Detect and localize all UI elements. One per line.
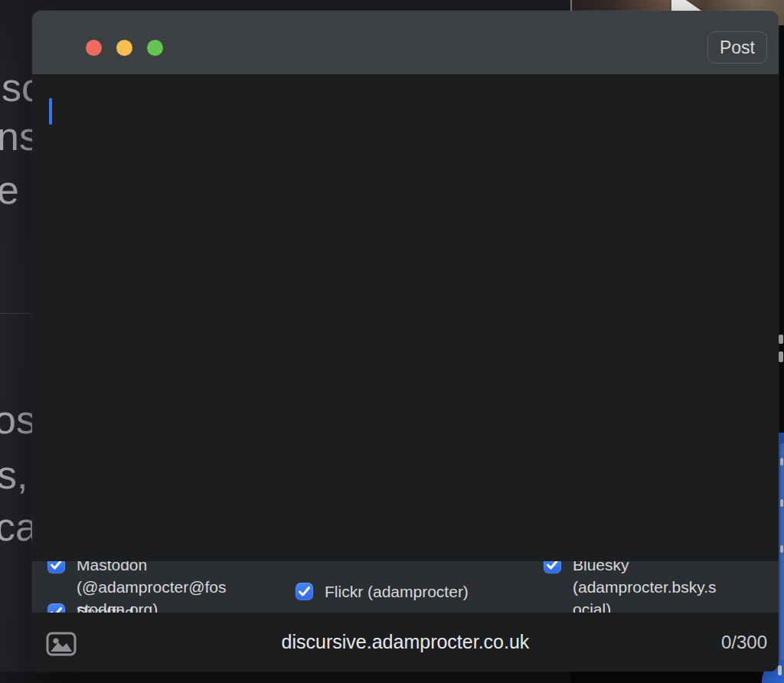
service-label: Bluesky (adamprocter.bsky.s ocial)	[573, 561, 717, 613]
background-edge-glyph	[779, 351, 783, 362]
checkbox-checked[interactable]	[544, 561, 561, 574]
background-floating-action-button-glyph	[778, 665, 782, 675]
background-blue-panel-mark	[780, 458, 783, 466]
background-bottom-strip	[570, 672, 784, 683]
zoom-button-icon[interactable]	[147, 40, 163, 56]
crosspost-service-list: Mastodon (@adamprocter@fos stodon.org) F…	[32, 561, 779, 613]
background-blue-panel-edge-inner	[780, 443, 784, 672]
post-composer-window: Post Mastodon (@adamprocter@fos stodon.o…	[32, 11, 779, 672]
checkbox-checked[interactable]	[296, 583, 313, 600]
character-count: 0/300	[721, 613, 767, 672]
close-button-icon[interactable]	[86, 40, 102, 56]
composer-toolbar: discursive.adamprocter.co.uk 0/300	[32, 613, 779, 672]
background-blue-panel-mark	[780, 545, 783, 553]
site-label: discursive.adamprocter.co.uk	[32, 613, 779, 672]
desktop-screen: sc nsi e r os s, t ca Post	[0, 0, 784, 683]
checkbox-checked[interactable]	[47, 603, 65, 613]
service-row-bluesky[interactable]: Bluesky (adamprocter.bsky.s ocial)	[544, 561, 773, 613]
service-label: Pixelfed	[77, 601, 134, 613]
service-label: Flickr (adamprocter)	[325, 580, 469, 603]
post-button[interactable]: Post	[707, 31, 767, 64]
text-caret	[49, 98, 52, 125]
background-edge-glyph	[779, 335, 783, 344]
post-text-editor[interactable]	[32, 74, 779, 561]
background-text-fragment: os	[0, 397, 36, 443]
background-bottom-strip	[0, 672, 570, 683]
check-icon	[547, 561, 558, 570]
window-titlebar[interactable]: Post	[32, 11, 779, 74]
check-icon	[51, 561, 62, 570]
service-row-flickr[interactable]: Flickr (adamprocter)	[296, 580, 541, 603]
background-divider	[0, 313, 32, 314]
check-icon	[51, 607, 62, 613]
minimize-button-icon[interactable]	[116, 40, 132, 56]
service-row-pixelfed[interactable]: Pixelfed	[47, 601, 277, 613]
background-blue-panel-mark	[780, 499, 783, 507]
check-icon	[299, 587, 310, 596]
checkbox-checked[interactable]	[47, 561, 65, 574]
